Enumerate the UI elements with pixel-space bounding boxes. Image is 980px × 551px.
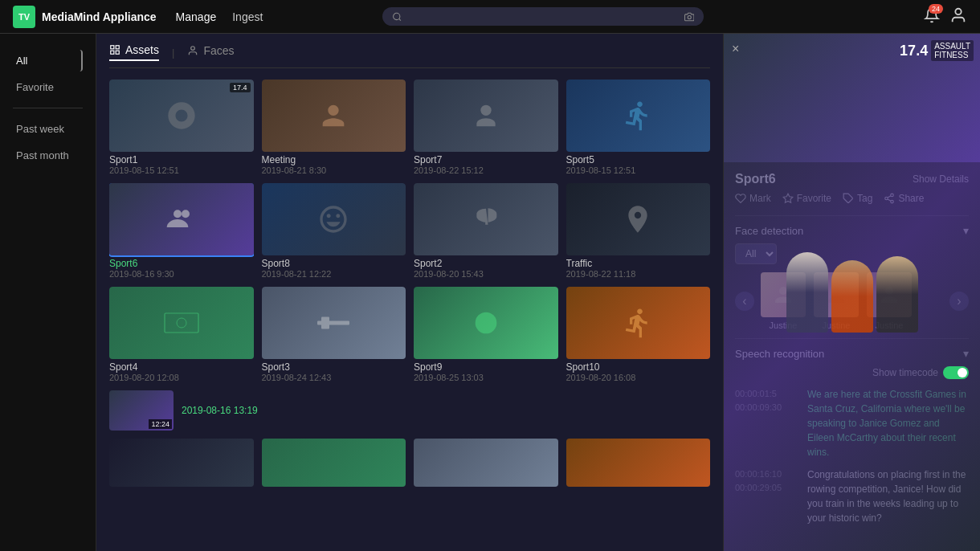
asset-title-sport10: Sport10 [566,361,711,373]
tab-assets-label: Assets [125,43,159,56]
sidebar-item-past-month[interactable]: Past month [13,145,83,166]
close-button[interactable]: × [732,42,739,56]
svg-point-13 [177,318,186,328]
tab-assets[interactable]: Assets [109,43,159,61]
asset-card-sport4[interactable]: Sport4 2019-08-20 12:08 [109,287,254,382]
asset-card-traffic[interactable]: Traffic 2019-08-22 11:18 [566,183,711,279]
asset-date-sport10: 2019-08-20 16:08 [566,373,711,382]
account-button[interactable] [949,6,967,27]
asset-title-sport9: Sport9 [414,361,558,373]
toggle-knob [958,368,967,378]
sidebar: All Favorite Past week Past month [0,34,96,551]
asset-title-sport5: Sport5 [566,154,711,165]
asset-card-sport5[interactable]: Sport5 2019-08-15 12:51 [566,80,711,175]
asset-thumb-sport7 [414,80,558,152]
asset-title-sport3: Sport3 [262,361,406,373]
asset-card-sport9[interactable]: Sport9 2019-08-25 13:03 [414,287,558,382]
search-bar[interactable] [382,7,704,26]
bottom-thumb-2[interactable] [262,439,406,487]
asset-card-sport6[interactable]: Sport6 2019-08-16 9:30 [109,183,254,279]
bottom-thumb-1[interactable] [109,439,254,487]
asset-thumb-sport4 [109,287,254,359]
asset-date-sport9: 2019-08-25 13:03 [414,373,558,382]
bottom-thumb-4[interactable] [566,439,711,487]
nav-manage[interactable]: Manage [176,10,217,23]
asset-title-traffic: Traffic [566,258,711,269]
asset-title-sport1: Sport1 [109,154,254,165]
asset-title-sport8: Sport8 [262,258,406,269]
content-area: Assets | Faces 17.4 Sport1 2019-08-15 12… [96,34,723,551]
brand-name: MediaMind Appliance [42,10,157,23]
notification-button[interactable]: 24 [924,7,940,26]
asset-thumb-sport6 [109,183,254,255]
asset-date-traffic: 2019-08-22 11:18 [566,269,711,279]
brand-icon: TV [13,6,35,28]
asset-card-sport10[interactable]: Sport10 2019-08-20 16:08 [566,287,711,382]
camera-icon [684,11,694,22]
asset-title-sport2: Sport2 [414,258,558,269]
asset-title-meeting: Meeting [262,154,406,165]
asset-title-sport7: Sport7 [414,154,558,165]
asset-date-sport8: 2019-08-21 12:22 [262,269,406,279]
tabs-bar: Assets | Faces [109,43,710,68]
svg-rect-4 [111,46,114,49]
scroll-thumb-sport6: 12:24 [109,390,174,431]
top-nav: TV MediaMind Appliance Manage Ingest 24 [0,0,980,34]
asset-title-sport6: Sport6 [109,258,254,269]
asset-thumb-traffic [566,183,711,255]
scroll-item-sport6[interactable]: 12:24 [109,390,174,431]
svg-point-16 [475,312,496,334]
detail-panel: × 17.4 ASSAULTFITNESS Sport6 Show Detail… [723,34,980,551]
svg-point-2 [688,15,691,18]
svg-point-11 [182,210,190,218]
asset-card-meeting[interactable]: Meeting 2019-08-21 8:30 [262,80,406,175]
sidebar-divider [13,108,83,108]
asset-card-sport3[interactable]: Sport3 2019-08-24 12:43 [262,287,406,382]
asset-card-sport8[interactable]: Sport8 2019-08-21 12:22 [262,183,406,279]
svg-point-10 [174,210,182,218]
search-input[interactable] [409,10,678,22]
asset-card-sport1[interactable]: 17.4 Sport1 2019-08-15 12:51 [109,80,254,175]
detail-hero: 17.4 ASSAULTFITNESS [724,34,980,162]
asset-thumb-sport2 [414,183,558,255]
bottom-thumb-3[interactable] [414,439,558,487]
asset-thumb-sport9 [414,287,558,359]
scroll-date: 2019-08-16 13:19 [182,405,258,416]
svg-rect-7 [116,51,119,54]
asset-date-sport7: 2019-08-22 15:12 [414,165,558,175]
sidebar-item-favorite[interactable]: Favorite [13,76,83,98]
asset-date-sport6: 2019-08-16 9:30 [109,269,254,279]
tab-faces[interactable]: Faces [187,44,234,60]
sidebar-item-all[interactable]: All [13,50,83,71]
bottom-row [109,439,710,487]
asset-thumb-sport5 [566,80,711,152]
sidebar-item-past-week[interactable]: Past week [13,118,83,140]
nav-links: Manage Ingest [176,10,263,23]
asset-date-sport4: 2019-08-20 12:08 [109,373,254,382]
assets-grid: 17.4 Sport1 2019-08-15 12:51 Meeting 201… [109,80,710,382]
notification-badge: 24 [929,4,943,14]
asset-thumb-sport8 [262,183,406,255]
svg-point-9 [480,105,491,116]
asset-card-sport7[interactable]: Sport7 2019-08-22 15:12 [414,80,558,175]
svg-point-8 [191,47,195,51]
asset-card-sport2[interactable]: Sport2 2019-08-20 15:43 [414,183,558,279]
asset-title-sport4: Sport4 [109,361,254,373]
asset-thumb-sport10 [566,287,711,359]
topnav-right: 24 [924,6,967,27]
tab-divider: | [172,47,174,59]
svg-line-1 [399,18,401,20]
asset-date-sport2: 2019-08-20 15:43 [414,269,558,279]
nav-ingest[interactable]: Ingest [232,10,263,23]
tab-faces-label: Faces [203,44,234,57]
brand: TV MediaMind Appliance [13,6,157,28]
asset-date-meeting: 2019-08-21 8:30 [262,165,406,175]
asset-date-sport3: 2019-08-24 12:43 [262,373,406,382]
timecode-toggle[interactable] [943,366,969,379]
search-icon [392,11,402,22]
asset-thumb-sport3 [262,287,406,359]
asset-thumb-sport1: 17.4 [109,80,254,152]
svg-rect-12 [165,313,198,333]
svg-rect-5 [116,46,119,49]
svg-rect-6 [111,51,114,54]
